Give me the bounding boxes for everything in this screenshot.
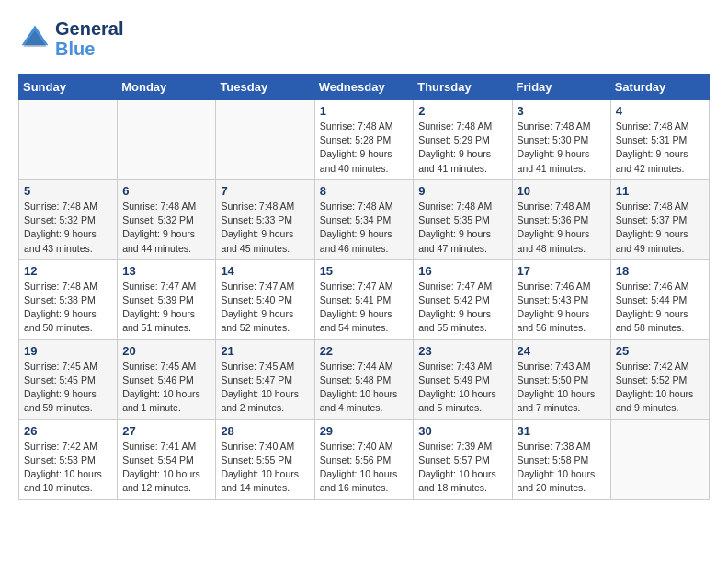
day-info: Sunrise: 7:48 AM Sunset: 5:33 PM Dayligh…: [221, 200, 309, 256]
calendar-cell: 6Sunrise: 7:48 AM Sunset: 5:32 PM Daylig…: [118, 179, 216, 259]
weekday-header: Friday: [512, 75, 610, 100]
calendar-cell: [19, 100, 118, 180]
weekday-header-row: SundayMondayTuesdayWednesdayThursdayFrid…: [19, 75, 710, 100]
calendar-cell: 17Sunrise: 7:46 AM Sunset: 5:43 PM Dayli…: [512, 259, 610, 339]
day-number: 20: [122, 344, 210, 358]
day-info: Sunrise: 7:45 AM Sunset: 5:46 PM Dayligh…: [122, 360, 210, 416]
weekday-header: Monday: [118, 75, 216, 100]
day-info: Sunrise: 7:48 AM Sunset: 5:30 PM Dayligh…: [518, 120, 606, 176]
calendar-cell: 22Sunrise: 7:44 AM Sunset: 5:48 PM Dayli…: [314, 339, 414, 419]
calendar-table: SundayMondayTuesdayWednesdayThursdayFrid…: [18, 74, 710, 500]
day-number: 15: [320, 264, 409, 278]
day-number: 5: [24, 184, 112, 198]
day-info: Sunrise: 7:41 AM Sunset: 5:54 PM Dayligh…: [122, 440, 210, 496]
calendar-week-row: 26Sunrise: 7:42 AM Sunset: 5:53 PM Dayli…: [19, 419, 710, 500]
calendar-cell: 29Sunrise: 7:40 AM Sunset: 5:56 PM Dayli…: [314, 419, 414, 500]
calendar-cell: 20Sunrise: 7:45 AM Sunset: 5:46 PM Dayli…: [118, 339, 216, 419]
calendar-cell: 8Sunrise: 7:48 AM Sunset: 5:34 PM Daylig…: [314, 179, 414, 259]
day-info: Sunrise: 7:48 AM Sunset: 5:38 PM Dayligh…: [24, 280, 112, 336]
day-info: Sunrise: 7:47 AM Sunset: 5:39 PM Dayligh…: [122, 280, 210, 336]
day-info: Sunrise: 7:48 AM Sunset: 5:29 PM Dayligh…: [418, 120, 506, 176]
weekday-header: Thursday: [414, 75, 512, 100]
day-info: Sunrise: 7:42 AM Sunset: 5:52 PM Dayligh…: [616, 360, 704, 416]
calendar-cell: 30Sunrise: 7:39 AM Sunset: 5:57 PM Dayli…: [414, 419, 512, 500]
day-number: 12: [24, 264, 112, 278]
logo-icon: [18, 22, 51, 55]
day-number: 27: [122, 424, 210, 438]
day-number: 4: [616, 104, 704, 118]
calendar-cell: 1Sunrise: 7:48 AM Sunset: 5:28 PM Daylig…: [314, 100, 414, 180]
day-info: Sunrise: 7:45 AM Sunset: 5:45 PM Dayligh…: [24, 360, 112, 416]
day-number: 26: [24, 424, 112, 438]
day-number: 16: [418, 264, 506, 278]
calendar-cell: 2Sunrise: 7:48 AM Sunset: 5:29 PM Daylig…: [414, 100, 512, 180]
day-info: Sunrise: 7:44 AM Sunset: 5:48 PM Dayligh…: [320, 360, 409, 416]
calendar-cell: 19Sunrise: 7:45 AM Sunset: 5:45 PM Dayli…: [19, 339, 118, 419]
day-info: Sunrise: 7:43 AM Sunset: 5:49 PM Dayligh…: [418, 360, 506, 416]
day-number: 18: [616, 264, 704, 278]
day-info: Sunrise: 7:47 AM Sunset: 5:41 PM Dayligh…: [320, 280, 409, 336]
calendar-cell: 31Sunrise: 7:38 AM Sunset: 5:58 PM Dayli…: [512, 419, 610, 500]
day-info: Sunrise: 7:42 AM Sunset: 5:53 PM Dayligh…: [24, 440, 112, 496]
day-number: 24: [518, 344, 606, 358]
calendar-cell: 11Sunrise: 7:48 AM Sunset: 5:37 PM Dayli…: [610, 179, 709, 259]
calendar-week-row: 19Sunrise: 7:45 AM Sunset: 5:45 PM Dayli…: [19, 339, 710, 419]
calendar-cell: [118, 100, 216, 180]
day-info: Sunrise: 7:40 AM Sunset: 5:55 PM Dayligh…: [221, 440, 309, 496]
day-info: Sunrise: 7:48 AM Sunset: 5:32 PM Dayligh…: [122, 200, 210, 256]
logo: GeneralBlue: [18, 18, 123, 59]
day-info: Sunrise: 7:48 AM Sunset: 5:34 PM Dayligh…: [320, 200, 409, 256]
calendar-cell: 4Sunrise: 7:48 AM Sunset: 5:31 PM Daylig…: [610, 100, 709, 180]
day-number: 17: [518, 264, 606, 278]
day-info: Sunrise: 7:48 AM Sunset: 5:35 PM Dayligh…: [418, 200, 506, 256]
day-number: 9: [418, 184, 506, 198]
day-number: 29: [320, 424, 409, 438]
day-number: 7: [221, 184, 309, 198]
day-number: 11: [616, 184, 704, 198]
calendar-cell: 12Sunrise: 7:48 AM Sunset: 5:38 PM Dayli…: [19, 259, 118, 339]
weekday-header: Saturday: [610, 75, 709, 100]
calendar-cell: 26Sunrise: 7:42 AM Sunset: 5:53 PM Dayli…: [19, 419, 118, 500]
day-number: 21: [221, 344, 309, 358]
day-info: Sunrise: 7:39 AM Sunset: 5:57 PM Dayligh…: [418, 440, 506, 496]
day-number: 19: [24, 344, 112, 358]
calendar-week-row: 12Sunrise: 7:48 AM Sunset: 5:38 PM Dayli…: [19, 259, 710, 339]
calendar-cell: 28Sunrise: 7:40 AM Sunset: 5:55 PM Dayli…: [216, 419, 314, 500]
calendar-cell: 18Sunrise: 7:46 AM Sunset: 5:44 PM Dayli…: [610, 259, 709, 339]
calendar-cell: 24Sunrise: 7:43 AM Sunset: 5:50 PM Dayli…: [512, 339, 610, 419]
day-number: 23: [418, 344, 506, 358]
day-info: Sunrise: 7:47 AM Sunset: 5:42 PM Dayligh…: [418, 280, 506, 336]
day-number: 13: [122, 264, 210, 278]
day-number: 28: [221, 424, 309, 438]
day-info: Sunrise: 7:48 AM Sunset: 5:37 PM Dayligh…: [616, 200, 704, 256]
calendar-cell: 23Sunrise: 7:43 AM Sunset: 5:49 PM Dayli…: [414, 339, 512, 419]
day-number: 30: [418, 424, 506, 438]
day-number: 1: [320, 104, 409, 118]
calendar-cell: 3Sunrise: 7:48 AM Sunset: 5:30 PM Daylig…: [512, 100, 610, 180]
day-info: Sunrise: 7:48 AM Sunset: 5:36 PM Dayligh…: [518, 200, 606, 256]
calendar-cell: 16Sunrise: 7:47 AM Sunset: 5:42 PM Dayli…: [414, 259, 512, 339]
day-info: Sunrise: 7:38 AM Sunset: 5:58 PM Dayligh…: [518, 440, 606, 496]
day-number: 10: [518, 184, 606, 198]
calendar-cell: 21Sunrise: 7:45 AM Sunset: 5:47 PM Dayli…: [216, 339, 314, 419]
calendar-cell: 14Sunrise: 7:47 AM Sunset: 5:40 PM Dayli…: [216, 259, 314, 339]
day-number: 14: [221, 264, 309, 278]
day-number: 6: [122, 184, 210, 198]
calendar-cell: 10Sunrise: 7:48 AM Sunset: 5:36 PM Dayli…: [512, 179, 610, 259]
day-info: Sunrise: 7:40 AM Sunset: 5:56 PM Dayligh…: [320, 440, 409, 496]
calendar-cell: [216, 100, 314, 180]
calendar-cell: 25Sunrise: 7:42 AM Sunset: 5:52 PM Dayli…: [610, 339, 709, 419]
calendar-cell: [610, 419, 709, 500]
day-info: Sunrise: 7:46 AM Sunset: 5:44 PM Dayligh…: [616, 280, 704, 336]
page-header: GeneralBlue: [18, 18, 710, 59]
day-info: Sunrise: 7:48 AM Sunset: 5:31 PM Dayligh…: [616, 120, 704, 176]
day-number: 31: [518, 424, 606, 438]
calendar-cell: 13Sunrise: 7:47 AM Sunset: 5:39 PM Dayli…: [118, 259, 216, 339]
calendar-cell: 27Sunrise: 7:41 AM Sunset: 5:54 PM Dayli…: [118, 419, 216, 500]
calendar-week-row: 5Sunrise: 7:48 AM Sunset: 5:32 PM Daylig…: [19, 179, 710, 259]
day-number: 25: [616, 344, 704, 358]
calendar-week-row: 1Sunrise: 7:48 AM Sunset: 5:28 PM Daylig…: [19, 100, 710, 180]
calendar-cell: 9Sunrise: 7:48 AM Sunset: 5:35 PM Daylig…: [414, 179, 512, 259]
calendar-cell: 15Sunrise: 7:47 AM Sunset: 5:41 PM Dayli…: [314, 259, 414, 339]
day-number: 2: [418, 104, 506, 118]
